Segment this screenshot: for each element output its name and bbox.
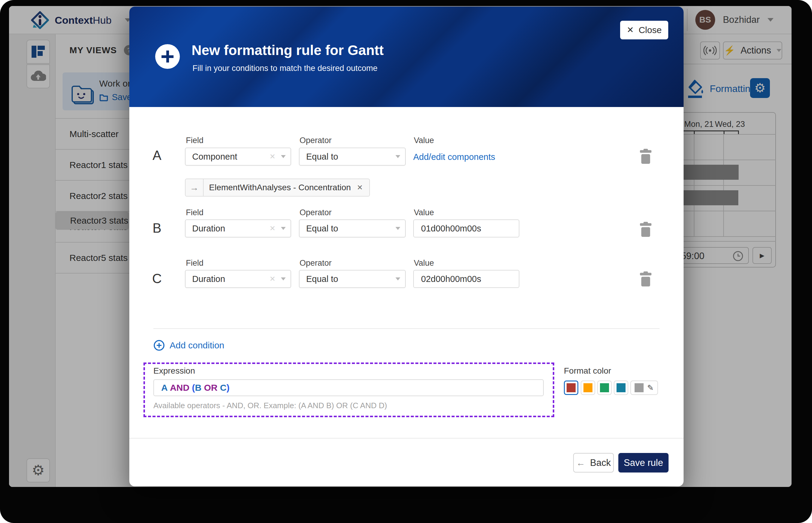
clear-icon[interactable]: ✕ bbox=[269, 275, 276, 283]
field-value: Duration bbox=[186, 274, 269, 284]
plus-circle-outline-icon bbox=[153, 340, 165, 351]
condition-letter-b: B bbox=[148, 221, 166, 236]
swatch-fill bbox=[600, 383, 609, 392]
expression-token: ( bbox=[192, 383, 195, 393]
arrow-right-icon: → bbox=[186, 179, 204, 196]
close-label: Close bbox=[638, 25, 661, 35]
color-swatch-green[interactable] bbox=[597, 380, 612, 395]
select-chevron-down-icon[interactable] bbox=[281, 277, 286, 281]
operator-column-label: Operator bbox=[300, 136, 332, 145]
swatch-fill bbox=[567, 383, 576, 392]
operator-value: Equal to bbox=[300, 274, 395, 284]
expression-token: B bbox=[195, 383, 204, 393]
add-edit-components-link[interactable]: Add/edit components bbox=[413, 152, 495, 162]
select-chevron-down-icon[interactable] bbox=[395, 227, 400, 230]
swatch-fill bbox=[617, 383, 625, 392]
field-column-label: Field bbox=[186, 258, 204, 268]
operator-column-label: Operator bbox=[300, 258, 332, 268]
color-swatch-orange[interactable] bbox=[581, 380, 595, 395]
chip-label: ElementWithAnalyses - Concentration bbox=[204, 183, 351, 192]
delete-condition-a-trash-icon[interactable] bbox=[639, 149, 652, 164]
expression-help-text: Available operators - AND, OR. Example: … bbox=[153, 401, 387, 410]
screenshot-frame: ContextHub BS Bozhidar bbox=[0, 0, 812, 523]
add-condition-button[interactable]: Add condition bbox=[153, 340, 224, 351]
formatting-rule-modal: New formatting rule for Gantt Fill in yo… bbox=[129, 6, 684, 486]
value-column-label: Value bbox=[414, 258, 434, 268]
field-value: Component bbox=[186, 152, 269, 162]
format-color-label: Format color bbox=[564, 366, 611, 376]
custom-color-swatch[interactable]: ✎ bbox=[630, 380, 658, 395]
close-icon: ✕ bbox=[627, 26, 634, 34]
field-select-b[interactable]: Duration ✕ bbox=[185, 219, 291, 237]
expression-token: C bbox=[220, 383, 227, 393]
field-value: Duration bbox=[186, 223, 269, 234]
select-chevron-down-icon[interactable] bbox=[395, 155, 400, 158]
field-column-label: Field bbox=[186, 208, 204, 217]
expression-token: ) bbox=[227, 383, 229, 393]
operator-select-c[interactable]: Equal to bbox=[299, 270, 406, 288]
value-text: 02d00h00m00s bbox=[421, 274, 481, 284]
component-chip: → ElementWithAnalyses - Concentration ✕ bbox=[185, 179, 370, 197]
clear-icon[interactable]: ✕ bbox=[269, 153, 276, 160]
expression-input[interactable]: A AND (B OR C) bbox=[153, 379, 544, 396]
select-chevron-down-icon[interactable] bbox=[281, 155, 286, 158]
operator-select-a[interactable]: Equal to bbox=[299, 148, 406, 166]
plus-circle-icon bbox=[155, 44, 180, 69]
back-label: Back bbox=[590, 457, 611, 468]
expression-label: Expression bbox=[153, 366, 195, 376]
value-column-label: Value bbox=[414, 208, 434, 217]
pencil-icon: ✎ bbox=[647, 384, 654, 392]
back-button[interactable]: ← Back bbox=[573, 453, 614, 472]
modal-title: New formatting rule for Gantt bbox=[192, 42, 384, 58]
swatch-fill bbox=[583, 383, 593, 392]
footer-divider bbox=[129, 438, 684, 438]
value-text: 01d00h00m00s bbox=[421, 223, 481, 234]
operator-column-label: Operator bbox=[300, 208, 332, 217]
add-condition-label: Add condition bbox=[170, 340, 224, 350]
value-column-label: Value bbox=[414, 136, 434, 145]
color-swatch-teal[interactable] bbox=[614, 380, 628, 395]
operator-value: Equal to bbox=[300, 152, 395, 162]
expression-token: A bbox=[161, 383, 170, 393]
save-rule-button[interactable]: Save rule bbox=[618, 453, 669, 472]
section-divider bbox=[153, 328, 659, 329]
field-column-label: Field bbox=[186, 136, 204, 145]
condition-letter-a: A bbox=[148, 148, 166, 163]
modal-header: New formatting rule for Gantt Fill in yo… bbox=[129, 6, 684, 107]
expression-token: AND bbox=[170, 383, 192, 393]
close-button[interactable]: ✕ Close bbox=[620, 21, 668, 39]
arrow-left-icon: ← bbox=[576, 458, 585, 467]
field-select-c[interactable]: Duration ✕ bbox=[185, 270, 291, 288]
select-chevron-down-icon[interactable] bbox=[281, 227, 286, 230]
field-select-a[interactable]: Component ✕ bbox=[185, 148, 291, 166]
clear-icon[interactable]: ✕ bbox=[269, 225, 276, 232]
operator-select-b[interactable]: Equal to bbox=[299, 219, 406, 237]
chip-remove-icon[interactable]: ✕ bbox=[357, 184, 363, 191]
operator-value: Equal to bbox=[300, 223, 395, 234]
expression-token: OR bbox=[204, 383, 220, 393]
select-chevron-down-icon[interactable] bbox=[395, 277, 400, 281]
save-rule-label: Save rule bbox=[624, 457, 663, 468]
delete-condition-c-trash-icon[interactable] bbox=[639, 271, 652, 286]
color-swatch-red[interactable] bbox=[564, 380, 578, 395]
value-input-b[interactable]: 01d00h00m00s bbox=[413, 219, 519, 237]
value-input-c[interactable]: 02d00h00m00s bbox=[413, 270, 519, 288]
swatch-fill bbox=[635, 383, 643, 392]
delete-condition-b-trash-icon[interactable] bbox=[639, 222, 652, 237]
condition-letter-c: C bbox=[148, 271, 166, 286]
modal-subtitle: Fill in your conditions to match the des… bbox=[193, 64, 377, 73]
